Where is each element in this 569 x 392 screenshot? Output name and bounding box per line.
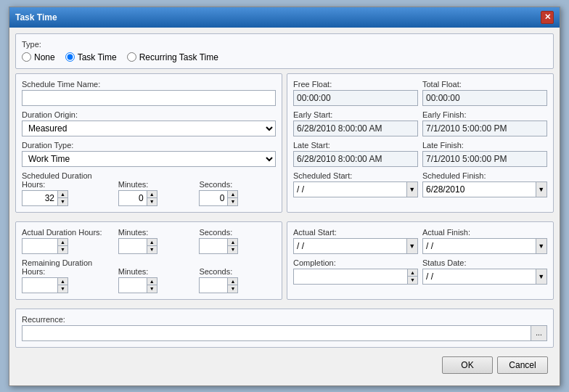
actual-minutes-label: Minutes: <box>118 228 195 237</box>
radio-none-input[interactable] <box>22 52 31 62</box>
actual-hours-input[interactable] <box>22 238 58 254</box>
status-date-dropdown-btn[interactable]: ▼ <box>536 269 547 285</box>
scheduled-start-select-group: ▼ <box>293 181 418 197</box>
scheduled-finish-input[interactable] <box>422 181 536 197</box>
dialog-body: Type: None Task Time Recurring Task Time <box>9 28 560 385</box>
remaining-hours-input[interactable] <box>22 277 58 293</box>
float-row: Free Float: 00:00:00 Total Float: 00:00:… <box>293 80 547 106</box>
scheduled-duration-field: Scheduled Duration Hours: 32 ▲ ▼ Minutes… <box>22 171 276 206</box>
title-bar: Task Time ✕ <box>9 7 560 28</box>
scheduled-start-input[interactable] <box>293 181 406 197</box>
radio-recurring[interactable]: Recurring Task Time <box>127 52 218 62</box>
remaining-minutes-label: Minutes: <box>118 267 195 276</box>
recurrence-input-row: ... <box>22 325 547 341</box>
duration-origin-select[interactable]: Measured Planned Actual <box>22 121 276 136</box>
remaining-seconds-input[interactable] <box>199 277 228 293</box>
late-start-label: Late Start: <box>293 141 418 150</box>
late-start-field: Late Start: 6/28/2010 8:00:00 AM <box>293 141 418 167</box>
status-date-field: Status Date: ▼ <box>422 258 547 285</box>
early-finish-field: Early Finish: 7/1/2010 5:00:00 PM <box>422 110 547 136</box>
actual-minutes-down-btn[interactable]: ▼ <box>147 246 157 253</box>
status-date-input[interactable] <box>422 269 536 285</box>
status-date-select-group: ▼ <box>422 269 547 285</box>
actual-start-field: Actual Start: ▼ <box>293 228 418 254</box>
radio-recurring-input[interactable] <box>127 52 136 62</box>
ok-button[interactable]: OK <box>442 356 493 374</box>
actual-hours-col: Actual Duration Hours: ▲ ▼ <box>22 228 114 254</box>
remaining-minutes-input[interactable] <box>118 277 147 293</box>
seconds-label: Seconds: <box>199 180 276 189</box>
completion-input[interactable] <box>293 269 408 285</box>
cancel-button[interactable]: Cancel <box>497 356 548 374</box>
remaining-duration-row: Remaining Duration Hours: ▲ ▼ Minutes: <box>22 258 276 293</box>
seconds-spin-buttons: ▲ ▼ <box>228 190 238 206</box>
minutes-up-btn[interactable]: ▲ <box>147 191 157 199</box>
early-start-label: Early Start: <box>293 110 418 119</box>
total-float-input: 00:00:00 <box>422 90 547 106</box>
duration-type-label: Duration Type: <box>22 141 276 150</box>
actual-start-dropdown-btn[interactable]: ▼ <box>406 238 418 254</box>
remaining-hours-up-btn[interactable]: ▲ <box>58 278 67 286</box>
radio-task-time[interactable]: Task Time <box>65 52 117 62</box>
seconds-down-btn[interactable]: ▼ <box>228 198 237 205</box>
actual-seconds-spin-buttons: ▲ ▼ <box>228 238 238 254</box>
minutes-input[interactable]: 0 <box>118 190 147 206</box>
scheduled-start-field: Scheduled Start: ▼ <box>293 171 418 197</box>
schedule-name-field: Schedule Time Name: <box>22 80 276 106</box>
scheduled-finish-field: Scheduled Finish: ▼ <box>422 171 547 197</box>
duration-type-select[interactable]: Work Time Calendar Time Elapsed Time <box>22 151 276 167</box>
actual-start-input[interactable] <box>293 238 406 254</box>
type-section: Type: None Task Time Recurring Task Time <box>15 33 554 69</box>
remaining-minutes-spin-buttons: ▲ ▼ <box>147 277 157 293</box>
recurrence-input[interactable] <box>22 325 531 341</box>
scheduled-finish-select-group: ▼ <box>422 181 547 197</box>
scheduled-start-dropdown-btn[interactable]: ▼ <box>406 181 418 197</box>
hours-down-btn[interactable]: ▼ <box>58 198 67 205</box>
remaining-seconds-down-btn[interactable]: ▼ <box>228 285 237 293</box>
minutes-down-btn[interactable]: ▼ <box>147 198 157 205</box>
hours-spin: 32 ▲ ▼ <box>22 190 114 206</box>
radio-none-label: None <box>34 52 55 62</box>
radio-none[interactable]: None <box>22 52 55 62</box>
actual-finish-input[interactable] <box>422 238 536 254</box>
actual-hours-up-btn[interactable]: ▲ <box>58 239 67 247</box>
seconds-up-btn[interactable]: ▲ <box>228 191 237 199</box>
hours-input[interactable]: 32 <box>22 190 58 206</box>
actual-hours-spin: ▲ ▼ <box>22 238 114 254</box>
remaining-minutes-up-btn[interactable]: ▲ <box>147 278 157 286</box>
actual-seconds-input[interactable] <box>199 238 228 254</box>
remaining-seconds-up-btn[interactable]: ▲ <box>228 278 237 286</box>
hours-label: Scheduled Duration Hours: <box>22 171 114 189</box>
seconds-input[interactable]: 0 <box>199 190 228 206</box>
schedule-name-label: Schedule Time Name: <box>22 80 276 89</box>
total-float-field: Total Float: 00:00:00 <box>422 80 547 106</box>
remaining-minutes-spin: ▲ ▼ <box>118 277 195 293</box>
completion-label: Completion: <box>293 258 418 267</box>
remaining-hours-down-btn[interactable]: ▼ <box>58 285 67 293</box>
actual-seconds-col: Seconds: ▲ ▼ <box>199 228 276 254</box>
schedule-name-input[interactable] <box>22 90 276 106</box>
actual-hours-down-btn[interactable]: ▼ <box>58 246 67 253</box>
duration-labels-row: Scheduled Duration Hours: 32 ▲ ▼ Minutes… <box>22 171 276 206</box>
remaining-seconds-col: Seconds: ▲ ▼ <box>199 267 276 293</box>
actual-finish-dropdown-btn[interactable]: ▼ <box>536 238 547 254</box>
actual-minutes-input[interactable] <box>118 238 147 254</box>
remaining-minutes-down-btn[interactable]: ▼ <box>147 285 157 293</box>
early-finish-input: 7/1/2010 5:00:00 PM <box>422 121 547 136</box>
completion-field: Completion: ▲ ▼ <box>293 258 418 285</box>
hours-up-btn[interactable]: ▲ <box>58 191 67 199</box>
completion-down-btn[interactable]: ▼ <box>408 277 417 284</box>
actual-minutes-up-btn[interactable]: ▲ <box>147 239 157 247</box>
late-finish-label: Late Finish: <box>422 141 547 150</box>
early-start-field: Early Start: 6/28/2010 8:00:00 AM <box>293 110 418 136</box>
radio-task-time-input[interactable] <box>65 52 75 62</box>
actual-seconds-up-btn[interactable]: ▲ <box>228 239 237 247</box>
close-button[interactable]: ✕ <box>541 11 554 24</box>
scheduled-finish-dropdown-btn[interactable]: ▼ <box>536 181 547 197</box>
free-float-label: Free Float: <box>293 80 418 89</box>
actual-seconds-down-btn[interactable]: ▼ <box>228 246 237 253</box>
hours-spin-buttons: ▲ ▼ <box>58 190 68 206</box>
recurrence-browse-btn[interactable]: ... <box>531 325 547 341</box>
completion-up-btn[interactable]: ▲ <box>408 269 417 277</box>
actual-seconds-label: Seconds: <box>199 228 276 237</box>
